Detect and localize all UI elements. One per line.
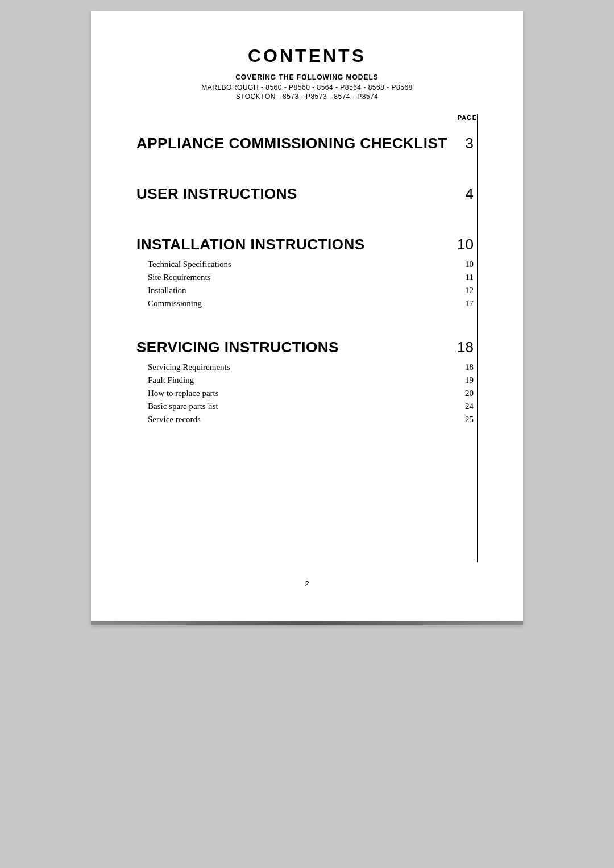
toc-main-row: SERVICING INSTRUCTIONS18 <box>136 327 478 361</box>
empty-header <box>136 114 449 123</box>
toc-spacer-row <box>136 207 478 224</box>
toc-sub-row: Servicing Requirements18 <box>136 361 478 374</box>
subtitle: COVERING THE FOLLOWING MODELS <box>136 73 478 81</box>
toc-spacer-row <box>136 157 478 174</box>
toc-sub-row: Site Requirements11 <box>136 271 478 284</box>
section-page-num: 3 <box>449 123 478 157</box>
sub-title: Commissioning <box>136 297 449 310</box>
toc-sub-row: How to replace parts20 <box>136 387 478 400</box>
model-line-1: MARLBOROUGH - 8560 - P8560 - 8564 - P856… <box>136 84 478 91</box>
toc-trailing-spacer-row <box>136 494 478 511</box>
toc-table: PAGE APPLIANCE COMMISSIONING CHECKLIST3U… <box>136 114 478 562</box>
toc-content: PAGE APPLIANCE COMMISSIONING CHECKLIST3U… <box>136 114 478 562</box>
sub-page-num: 10 <box>449 258 478 271</box>
section-title: SERVICING INSTRUCTIONS <box>136 327 449 361</box>
section-page-num: 10 <box>449 224 478 258</box>
section-title: APPLIANCE COMMISSIONING CHECKLIST <box>136 123 449 157</box>
toc-sub-row: Installation12 <box>136 284 478 297</box>
toc-main-row: USER INSTRUCTIONS4 <box>136 174 478 207</box>
page-number: 2 <box>136 579 478 588</box>
sub-page-num: 20 <box>449 387 478 400</box>
page-title: CONTENTS <box>136 45 478 66</box>
toc-trailing-spacer-row <box>136 426 478 443</box>
sub-page-num: 25 <box>449 413 478 426</box>
toc-trailing-spacer-row <box>136 528 478 545</box>
page: CONTENTS COVERING THE FOLLOWING MODELS M… <box>91 11 523 625</box>
sub-title: Service records <box>136 413 449 426</box>
toc-trailing-spacer-row <box>136 460 478 477</box>
section-page-num: 4 <box>449 174 478 207</box>
sub-title: Basic spare parts list <box>136 400 449 413</box>
sub-title: How to replace parts <box>136 387 449 400</box>
toc-main-row: APPLIANCE COMMISSIONING CHECKLIST3 <box>136 123 478 157</box>
toc-trailing-spacer-row <box>136 545 478 562</box>
toc-sub-row: Technical Specifications10 <box>136 258 478 271</box>
toc-main-row: INSTALLATION INSTRUCTIONS10 <box>136 224 478 258</box>
toc-trailing-spacer-row <box>136 443 478 460</box>
sub-page-num: 18 <box>449 361 478 374</box>
model-line-2: STOCKTON - 8573 - P8573 - 8574 - P8574 <box>136 93 478 101</box>
sub-page-num: 19 <box>449 374 478 387</box>
section-title: INSTALLATION INSTRUCTIONS <box>136 224 449 258</box>
section-title: USER INSTRUCTIONS <box>136 174 449 207</box>
section-page-num: 18 <box>449 327 478 361</box>
sub-title: Installation <box>136 284 449 297</box>
page-col-header: PAGE <box>449 114 478 123</box>
toc-trailing-spacer-row <box>136 477 478 494</box>
toc-trailing-spacer-row <box>136 511 478 528</box>
bottom-line <box>91 621 523 625</box>
toc-sub-row: Commissioning17 <box>136 297 478 310</box>
sub-page-num: 12 <box>449 284 478 297</box>
toc-sub-row: Basic spare parts list24 <box>136 400 478 413</box>
sub-page-num: 24 <box>449 400 478 413</box>
sub-page-num: 17 <box>449 297 478 310</box>
toc-sub-row: Service records25 <box>136 413 478 426</box>
sub-title: Fault Finding <box>136 374 449 387</box>
sub-page-num: 11 <box>449 271 478 284</box>
header-row: PAGE <box>136 114 478 123</box>
sub-title: Servicing Requirements <box>136 361 449 374</box>
sub-title: Site Requirements <box>136 271 449 284</box>
toc-spacer-row <box>136 310 478 327</box>
sub-title: Technical Specifications <box>136 258 449 271</box>
toc-sub-row: Fault Finding19 <box>136 374 478 387</box>
